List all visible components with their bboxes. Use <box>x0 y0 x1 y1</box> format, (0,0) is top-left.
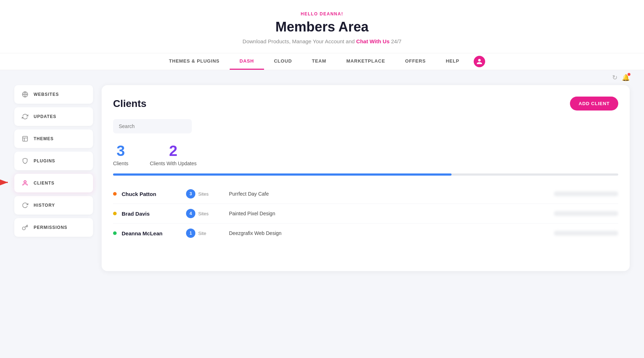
tab-marketplace[interactable]: MARKETPLACE <box>336 53 395 70</box>
sidebar: WEBSITES UPDATES THEMES <box>14 85 93 237</box>
sites-badge: 3 <box>186 189 195 198</box>
globe-icon <box>21 91 29 98</box>
hello-text: HELLO DEANNA! <box>0 11 644 16</box>
red-arrow-indicator <box>0 177 11 189</box>
main-layout: WEBSITES UPDATES THEMES <box>0 85 644 285</box>
content-header: Clients ADD CLIENT <box>113 97 618 111</box>
sidebar-item-clients-label: CLIENTS <box>34 181 54 186</box>
sidebar-item-themes[interactable]: THEMES <box>14 129 93 148</box>
sidebar-item-themes-label: THEMES <box>34 136 54 141</box>
sidebar-item-clients[interactable]: CLIENTS <box>14 174 93 192</box>
progress-bar-fill <box>113 173 452 176</box>
client-company: Painted Pixel Design <box>229 211 554 216</box>
status-dot <box>113 212 117 215</box>
notification-icon[interactable]: 🔔 <box>622 74 630 82</box>
sites-badge: 1 <box>186 229 195 238</box>
client-name: Chuck Patton <box>122 191 186 197</box>
page-title: Members Area <box>0 19 644 35</box>
sites-badge: 4 <box>186 209 195 218</box>
sidebar-item-plugins[interactable]: PLUGINS <box>14 152 93 170</box>
stat-updates-count: 2 <box>150 143 197 158</box>
client-company: Purrfect Day Cafe <box>229 191 554 197</box>
tab-help[interactable]: HELP <box>436 53 469 70</box>
sites-label: Sites <box>198 211 209 216</box>
user-avatar-icon[interactable] <box>474 56 485 67</box>
stat-clients: 3 Clients <box>113 143 128 166</box>
history-icon <box>21 202 29 209</box>
sidebar-item-history[interactable]: HISTORY <box>14 196 93 215</box>
sidebar-item-updates[interactable]: UPDATES <box>14 107 93 126</box>
client-action-blurred <box>554 191 618 196</box>
svg-point-7 <box>24 181 26 183</box>
header: HELLO DEANNA! Members Area Download Prod… <box>0 0 644 70</box>
sidebar-item-updates-label: UPDATES <box>34 114 56 119</box>
themes-icon <box>21 135 29 142</box>
client-company: Deezgrafix Web Design <box>229 230 554 236</box>
clients-list: Chuck Patton 3 Sites Purrfect Day Cafe B… <box>113 184 618 243</box>
permissions-icon <box>21 224 29 231</box>
toolbar: ↻ 🔔 <box>0 70 644 85</box>
tab-team[interactable]: TEAM <box>302 53 336 70</box>
subtitle-plain: Download Products, Manage Your Account a… <box>243 38 355 44</box>
client-action-blurred <box>554 211 618 216</box>
sidebar-clients-wrapper: CLIENTS <box>14 174 93 192</box>
stat-clients-label: Clients <box>113 161 128 166</box>
chat-link[interactable]: Chat With Us <box>356 38 390 44</box>
subtitle: Download Products, Manage Your Account a… <box>0 38 644 44</box>
refresh-icon[interactable]: ↻ <box>612 74 618 82</box>
add-client-button[interactable]: ADD CLIENT <box>570 97 618 111</box>
main-nav: THEMES & PLUGINS DASH CLOUD TEAM MARKETP… <box>0 53 644 70</box>
search-input[interactable] <box>113 119 192 133</box>
sidebar-item-websites-label: WEBSITES <box>34 92 59 97</box>
tab-themes-plugins[interactable]: THEMES & PLUGINS <box>159 53 229 70</box>
client-sites: 1 Site <box>186 229 229 238</box>
table-row[interactable]: Chuck Patton 3 Sites Purrfect Day Cafe <box>113 184 618 204</box>
sidebar-item-plugins-label: PLUGINS <box>34 158 55 163</box>
tab-cloud[interactable]: CLOUD <box>264 53 302 70</box>
client-sites: 3 Sites <box>186 189 229 198</box>
status-dot <box>113 192 117 196</box>
table-row[interactable]: Deanna McLean 1 Site Deezgrafix Web Desi… <box>113 224 618 243</box>
client-sites: 4 Sites <box>186 209 229 218</box>
client-name: Brad Davis <box>122 211 186 217</box>
updates-icon <box>21 113 29 120</box>
svg-rect-2 <box>23 136 28 141</box>
content-title: Clients <box>113 98 146 109</box>
client-name: Deanna McLean <box>122 230 186 236</box>
stats-row: 3 Clients 2 Clients With Updates <box>113 143 618 166</box>
content-area: Clients ADD CLIENT 3 Clients 2 Clients W… <box>102 85 630 271</box>
sites-label: Site <box>198 231 206 236</box>
notification-badge <box>628 73 630 76</box>
tab-offers[interactable]: OFFERS <box>395 53 436 70</box>
table-row[interactable]: Brad Davis 4 Sites Painted Pixel Design <box>113 204 618 224</box>
stat-clients-count: 3 <box>113 143 128 158</box>
sidebar-item-permissions[interactable]: PERMISSIONS <box>14 218 93 237</box>
sites-label: Sites <box>198 191 209 197</box>
sidebar-item-websites[interactable]: WEBSITES <box>14 85 93 104</box>
stat-updates: 2 Clients With Updates <box>150 143 197 166</box>
sidebar-item-history-label: HISTORY <box>34 203 55 208</box>
sidebar-item-permissions-label: PERMISSIONS <box>34 225 67 230</box>
client-action-blurred <box>554 231 618 236</box>
tab-dash[interactable]: DASH <box>230 53 264 70</box>
status-dot <box>113 231 117 235</box>
plugins-icon <box>21 157 29 165</box>
stat-updates-label: Clients With Updates <box>150 161 197 166</box>
subtitle-suffix: 24/7 <box>391 38 401 44</box>
clients-icon <box>21 180 29 187</box>
progress-bar-container <box>113 173 618 176</box>
